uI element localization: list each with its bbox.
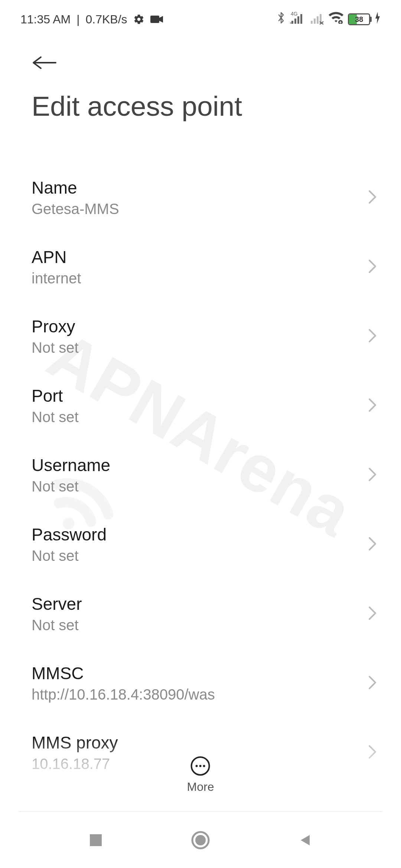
setting-name[interactable]: Name Getesa-MMS bbox=[0, 163, 401, 232]
more-icon bbox=[191, 756, 210, 776]
setting-value: Getesa-MMS bbox=[32, 201, 119, 217]
svg-rect-9 bbox=[317, 16, 319, 24]
setting-value: Not set bbox=[32, 409, 79, 425]
setting-label: Server bbox=[32, 594, 82, 614]
svg-rect-7 bbox=[311, 21, 313, 24]
svg-rect-6 bbox=[300, 14, 302, 24]
wifi-icon bbox=[329, 12, 343, 27]
nav-home-button[interactable] bbox=[191, 831, 210, 849]
chevron-right-icon bbox=[368, 536, 377, 553]
setting-apn[interactable]: APN internet bbox=[0, 232, 401, 302]
setting-label: Port bbox=[32, 386, 79, 406]
nav-back-button[interactable] bbox=[298, 833, 313, 848]
gear-icon bbox=[133, 14, 144, 25]
svg-rect-12 bbox=[90, 834, 102, 846]
chevron-right-icon bbox=[368, 259, 377, 275]
setting-label: MMSC bbox=[32, 663, 215, 683]
setting-value: http://10.16.18.4:38090/was bbox=[32, 686, 215, 703]
setting-label: Password bbox=[32, 525, 107, 545]
setting-value: internet bbox=[32, 270, 81, 287]
svg-rect-4 bbox=[294, 19, 296, 24]
chevron-right-icon bbox=[368, 744, 377, 761]
settings-list: Name Getesa-MMS APN internet Proxy Not s… bbox=[0, 122, 401, 787]
setting-username[interactable]: Username Not set bbox=[0, 440, 401, 510]
android-nav-bar bbox=[0, 812, 401, 868]
signal-4g-icon: 4G bbox=[290, 11, 305, 27]
signal-none-icon bbox=[309, 11, 324, 27]
chevron-right-icon bbox=[368, 328, 377, 345]
chevron-right-icon bbox=[368, 190, 377, 206]
setting-value: 10.16.18.77 bbox=[32, 756, 118, 772]
setting-label: APN bbox=[32, 247, 81, 267]
setting-value: Not set bbox=[32, 478, 110, 495]
setting-value: Not set bbox=[32, 548, 107, 564]
charging-icon bbox=[375, 12, 381, 27]
setting-password[interactable]: Password Not set bbox=[0, 510, 401, 579]
setting-label: MMS proxy bbox=[32, 733, 118, 753]
status-time: 11:35 AM bbox=[20, 13, 71, 26]
nav-recent-button[interactable] bbox=[88, 833, 103, 848]
svg-rect-1 bbox=[150, 16, 159, 23]
setting-label: Name bbox=[32, 178, 119, 198]
video-icon bbox=[150, 15, 163, 24]
setting-label: Username bbox=[32, 455, 110, 475]
setting-label: Proxy bbox=[32, 316, 79, 336]
svg-rect-3 bbox=[291, 21, 293, 24]
setting-mmsc[interactable]: MMSC http://10.16.18.4:38090/was bbox=[0, 648, 401, 718]
battery-icon: 38 bbox=[348, 13, 370, 25]
setting-value: Not set bbox=[32, 617, 82, 634]
svg-text:4G: 4G bbox=[291, 11, 298, 17]
more-label: More bbox=[187, 780, 214, 794]
status-bar: 11:35 AM | 0.7KB/s 4G bbox=[0, 0, 401, 33]
chevron-right-icon bbox=[368, 606, 377, 622]
svg-rect-5 bbox=[297, 16, 299, 24]
more-button[interactable]: More bbox=[187, 756, 214, 794]
setting-port[interactable]: Port Not set bbox=[0, 371, 401, 440]
setting-value: Not set bbox=[32, 339, 79, 356]
setting-proxy[interactable]: Proxy Not set bbox=[0, 302, 401, 371]
setting-server[interactable]: Server Not set bbox=[0, 579, 401, 648]
svg-point-14 bbox=[195, 835, 206, 845]
chevron-right-icon bbox=[368, 467, 377, 483]
chevron-right-icon bbox=[368, 398, 377, 414]
svg-rect-8 bbox=[314, 19, 316, 24]
nav-separator bbox=[19, 811, 382, 812]
chevron-right-icon bbox=[368, 675, 377, 691]
bluetooth-icon bbox=[277, 11, 286, 27]
page-title: Edit access point bbox=[0, 90, 401, 122]
status-speed: 0.7KB/s bbox=[86, 13, 127, 26]
back-button[interactable] bbox=[32, 55, 58, 72]
status-separator: | bbox=[76, 13, 79, 26]
